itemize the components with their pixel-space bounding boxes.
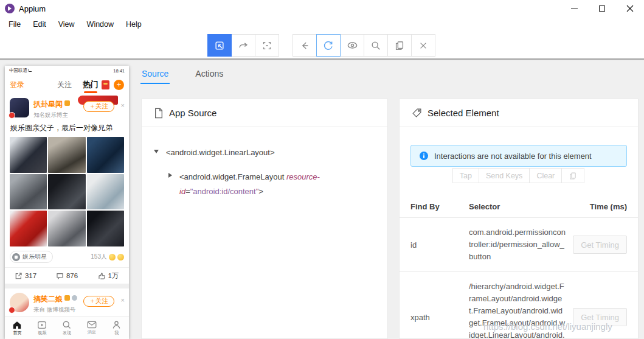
tag-icon [412, 108, 422, 118]
post-photo [10, 211, 47, 246]
menu-help[interactable]: Help [120, 20, 148, 29]
copy-source-button[interactable] [387, 34, 412, 57]
copy-icon [394, 40, 405, 51]
col-selector: Selector [469, 201, 566, 213]
selected-element-title: Selected Element [428, 108, 499, 118]
carrier-label: 中国联通 [9, 68, 27, 73]
topic-icon [12, 253, 20, 261]
interactions-alert: Interactions are not available for this … [410, 145, 627, 167]
post1-photo-grid [10, 137, 124, 246]
home-icon [12, 321, 22, 329]
x-icon [418, 41, 428, 51]
login-link: 登录 [10, 80, 24, 90]
tab-actions[interactable]: Actions [195, 69, 223, 84]
select-element-button[interactable] [207, 34, 232, 57]
post-photo [10, 174, 47, 210]
minimize-button[interactable] [560, 0, 588, 17]
follow-tab: 关注 [57, 80, 72, 90]
search-icon [370, 40, 381, 51]
tap-button[interactable]: Tap [452, 168, 479, 183]
send-keys-button[interactable]: Send Keys [479, 168, 530, 183]
col-time: Time (ms) [566, 202, 627, 211]
close-button[interactable] [616, 0, 644, 17]
selected-element-header: Selected Element [400, 99, 638, 127]
tree-node-tag: <android.widget.FrameLayout resource-id=… [179, 170, 338, 199]
tab-profile: 我 [104, 317, 129, 339]
close-icon [626, 5, 634, 12]
tab-messages: 消息 [79, 317, 104, 339]
plus-button-icon: + [114, 80, 124, 90]
refresh-icon [323, 40, 334, 51]
menu-window[interactable]: Window [81, 20, 120, 29]
app-source-header: App Source [142, 99, 387, 127]
crown-badge-icon [64, 295, 70, 301]
menu-view[interactable]: View [52, 20, 81, 29]
caret-down-icon[interactable] [154, 150, 159, 153]
emoji-badge-icon [72, 295, 77, 301]
copy-icon [569, 172, 577, 180]
device-screenshot[interactable]: 中国联通 18:41 登录 关注 热门 + 扒卦星闻 知名娱乐博主 ＋关注 × [5, 66, 129, 339]
post-photo [87, 137, 124, 173]
like-action: 1万 [88, 268, 129, 284]
window-title: Appium [19, 4, 46, 13]
viewer-count: 153人 [91, 253, 107, 261]
clear-button[interactable]: Clear [529, 168, 562, 183]
post1-avatar [10, 98, 29, 117]
appium-logo-icon [5, 4, 15, 13]
status-time: 18:41 [113, 68, 125, 74]
post-photo [87, 174, 124, 210]
tree-node-framelayout[interactable]: <android.widget.FrameLayout resource-id=… [168, 170, 375, 199]
appium-window: Appium File Edit View Window Help [0, 0, 644, 339]
envelope-icon [87, 321, 97, 329]
eye-icon [347, 40, 358, 51]
toolbar [0, 32, 644, 58]
menu-edit[interactable]: Edit [27, 20, 52, 29]
selector-table-header: Find By Selector Time (ms) [400, 196, 638, 218]
post2-follow-button: ＋关注 [83, 296, 115, 307]
post-photo [87, 211, 124, 246]
tree-node-linearlayout[interactable]: <android.widget.LinearLayout> [154, 145, 375, 160]
menu-file[interactable]: File [2, 20, 27, 29]
menubar: File Edit View Window Help [0, 17, 644, 32]
selector-table: Find By Selector Time (ms) id com.androi… [400, 196, 638, 339]
post1-description: 知名娱乐博主 [33, 111, 70, 119]
maximize-button[interactable] [588, 0, 616, 17]
inspector-tabs: Source Actions [142, 69, 223, 84]
app-source-panel: App Source <android.widget.LinearLayout>… [141, 99, 388, 339]
tab-source[interactable]: Source [142, 69, 168, 84]
alert-text: Interactions are not available for this … [434, 152, 592, 161]
element-action-buttons: Tap Send Keys Clear [400, 168, 638, 183]
document-icon [154, 108, 164, 119]
swipe-arrow-icon [238, 40, 249, 51]
laugh-emoji-icon [117, 254, 124, 260]
col-find-by: Find By [410, 202, 469, 211]
quit-session-button[interactable] [411, 34, 435, 57]
maximize-icon [599, 5, 605, 12]
comment-icon [56, 272, 64, 280]
post-photo [48, 211, 85, 246]
search-button[interactable] [364, 34, 388, 57]
video-icon [37, 321, 47, 329]
hide-highlights-button[interactable] [340, 34, 364, 57]
selector-value: com.android.permissioncontroller:id/perm… [469, 226, 566, 263]
caret-right-icon[interactable] [168, 173, 172, 178]
post2-avatar [10, 293, 29, 312]
laugh-emoji-icon [109, 254, 116, 260]
comment-action: 876 [46, 268, 88, 284]
swipe-button[interactable] [231, 34, 255, 57]
select-element-icon [214, 40, 225, 51]
tab-home: 首页 [5, 317, 30, 339]
watermark-text: https://blog.csdn.net/liyuanjingly [483, 321, 612, 332]
post2-username: 搞笑二娘 [33, 295, 77, 303]
get-timing-button[interactable]: Get Timing [573, 236, 627, 254]
topic-chip: 娱乐明星 [10, 251, 53, 263]
post1-follow-button: ＋关注 [83, 101, 115, 112]
minimize-icon [571, 9, 578, 9]
post-photo [48, 174, 85, 210]
refresh-button[interactable] [316, 34, 341, 57]
crosshair-frame-icon [261, 40, 272, 51]
tap-by-coordinates-button[interactable] [255, 34, 279, 57]
copy-attributes-button[interactable] [561, 168, 584, 183]
post-photo [48, 137, 85, 173]
back-button[interactable] [293, 34, 317, 57]
